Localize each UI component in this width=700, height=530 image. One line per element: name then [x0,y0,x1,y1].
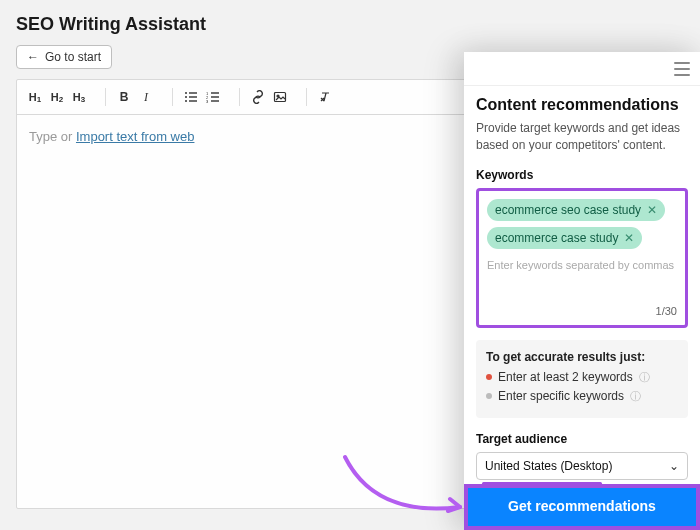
go-to-start-label: Go to start [45,50,101,64]
heading1-button[interactable]: H1 [25,87,45,107]
audience-label: Target audience [476,432,688,446]
info-icon[interactable]: ⓘ [639,370,650,385]
svg-point-4 [185,100,187,102]
hints-title: To get accurate results just: [486,350,678,364]
menu-icon[interactable] [674,62,690,76]
keyword-chip[interactable]: ecommerce case study ✕ [487,227,642,249]
status-dot-icon [486,393,492,399]
svg-point-0 [185,92,187,94]
keywords-label: Keywords [476,168,688,182]
svg-rect-12 [275,93,286,102]
keywords-input[interactable] [487,255,677,271]
divider [306,88,307,106]
get-recommendations-button[interactable]: Get recommendations [464,484,700,530]
keyword-chip[interactable]: ecommerce seo case study ✕ [487,199,665,221]
hint-row: Enter specific keywords ⓘ [486,389,678,404]
svg-rect-3 [189,96,197,97]
keyword-chip-text: ecommerce seo case study [495,203,641,217]
bold-button[interactable]: B [114,87,134,107]
hint-text: Enter specific keywords [498,389,624,403]
recommendations-panel: Content recommendations Provide target k… [464,52,700,530]
svg-rect-5 [189,100,197,101]
heading2-button[interactable]: H2 [47,87,67,107]
go-to-start-button[interactable]: ← Go to start [16,45,112,69]
divider [172,88,173,106]
svg-rect-8 [211,100,219,101]
target-audience-select[interactable]: United States (Desktop) ⌄ [476,452,688,480]
hint-row: Enter at least 2 keywords ⓘ [486,370,678,385]
keywords-counter: 1/30 [656,299,677,317]
keywords-input-box[interactable]: ecommerce seo case study ✕ ecommerce cas… [476,188,688,328]
chevron-down-icon: ⌄ [669,459,679,473]
heading3-button[interactable]: H3 [69,87,89,107]
image-button[interactable] [270,87,290,107]
hint-text: Enter at least 2 keywords [498,370,633,384]
keyword-chip-text: ecommerce case study [495,231,618,245]
audience-value: United States (Desktop) [485,459,612,473]
remove-chip-icon[interactable]: ✕ [624,231,634,245]
svg-rect-6 [211,92,219,93]
italic-button[interactable]: I [136,87,156,107]
panel-heading: Content recommendations [476,96,688,114]
arrow-left-icon: ← [27,50,39,64]
panel-description: Provide target keywords and get ideas ba… [476,120,688,154]
svg-text:3: 3 [206,99,209,104]
divider [105,88,106,106]
hints-box: To get accurate results just: Enter at l… [476,340,688,418]
status-dot-icon [486,374,492,380]
link-button[interactable] [248,87,268,107]
remove-chip-icon[interactable]: ✕ [647,203,657,217]
svg-rect-1 [189,92,197,93]
clear-formatting-button[interactable] [315,87,335,107]
bullet-list-button[interactable] [181,87,201,107]
ordered-list-button[interactable]: 123 [203,87,223,107]
svg-point-2 [185,96,187,98]
svg-rect-7 [211,96,219,97]
divider [239,88,240,106]
import-text-link[interactable]: Import text from web [76,129,194,144]
info-icon[interactable]: ⓘ [630,389,641,404]
page-title: SEO Writing Assistant [0,0,700,45]
editor-placeholder: Type or [29,129,76,144]
